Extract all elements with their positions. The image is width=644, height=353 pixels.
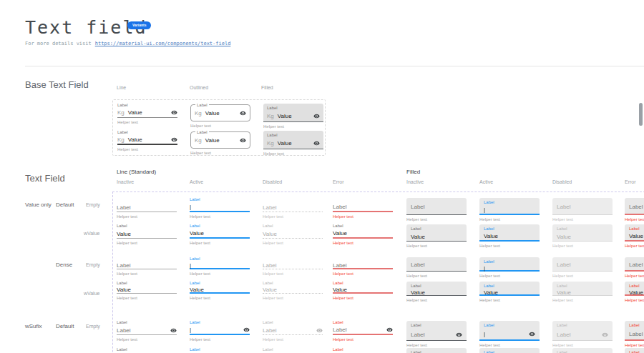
line-field-error[interactable]: LabelValueHelper text [333,223,393,245]
filled-field-error[interactable]: LabelValueHelper text [625,223,644,248]
field-input[interactable]: Label [411,259,462,271]
filled-input[interactable]: LabelValue [625,224,644,242]
line-field-disabled[interactable]: LabelValueHelper text [263,347,323,353]
field-input[interactable]: Value [190,229,250,239]
field-input[interactable]: Label [263,262,323,269]
filled-field-inactive[interactable]: LabelLabelHelper text [406,256,467,278]
line-field-active[interactable]: Label|Helper text [190,256,250,276]
line-field-disabled[interactable]: LabelValueHelper text [263,280,323,300]
visibility-icon[interactable] [240,110,246,116]
field-input[interactable]: Label [629,329,644,339]
base-outlined-field[interactable]: Label Kg Value Helper text [190,104,250,128]
base-filled-field[interactable]: Label Kg Value Helper text [263,104,323,129]
field-input[interactable]: Value [629,289,644,296]
visibility-icon[interactable] [602,332,608,338]
field-input[interactable]: Value [629,232,644,240]
filled-field-active[interactable]: Label|Helper text [479,319,540,347]
base-line-field[interactable]: Label Kg Value Helper text [117,102,177,124]
field-input[interactable]: Label [117,326,177,335]
visibility-icon[interactable] [243,327,250,333]
field-input[interactable]: Value [190,287,250,294]
filled-input[interactable]: LabelValue [406,224,467,242]
field-input[interactable]: Label [557,259,608,271]
filled-field-active[interactable]: LabelValueHelper text [479,223,540,248]
field-input[interactable]: Value [411,289,462,296]
field-input[interactable]: Value [263,229,323,239]
filled-input[interactable]: LabelLabel [552,321,613,341]
filled-input[interactable]: LabelValue [625,348,644,353]
field-input[interactable]: Kg Value [117,108,177,118]
line-field-inactive[interactable]: LabelValueHelper text [117,223,177,245]
line-field-active[interactable]: LabelValueHelper text [190,223,250,245]
filled-input[interactable]: LabelValue [552,282,613,296]
line-field-active[interactable]: LabelValueHelper text [190,280,250,300]
field-input[interactable]: | [484,329,535,339]
filled-field-error[interactable]: LabelLabelHelper text [625,197,644,222]
field-input[interactable]: Label [557,329,608,340]
filled-field-inactive[interactable]: LabelLabelHelper text [406,197,467,222]
filled-field-error[interactable]: LabelValueHelper text [625,280,644,302]
field-input[interactable]: Label [263,326,323,335]
filled-input[interactable]: LabelValue [406,282,467,296]
filled-input[interactable]: Label| [479,198,540,215]
field-input[interactable]: Label [333,203,393,212]
line-field-active[interactable]: Label|Helper text [190,197,250,219]
field-input[interactable]: Label [333,326,393,335]
field-input[interactable]: Value [411,232,462,241]
filled-field-active[interactable]: LabelValueHelper text [479,347,540,353]
visibility-icon[interactable] [171,136,177,143]
field-input[interactable]: Label Kg Value [190,104,250,121]
line-field-inactive[interactable]: LabelValueHelper text [117,347,177,353]
visibility-icon[interactable] [456,332,462,338]
filled-field-disabled[interactable]: LabelValueHelper text [552,347,613,353]
filled-field-disabled[interactable]: LabelLabelHelper text [552,319,613,347]
field-input[interactable]: | [484,206,535,214]
visibility-icon[interactable] [529,331,535,337]
field-input[interactable]: Value [263,287,323,294]
field-input[interactable]: Label [557,199,608,214]
filled-input[interactable]: LabelValue [479,348,540,353]
field-input[interactable]: Value [333,229,393,239]
filled-field-disabled[interactable]: LabelValueHelper text [552,223,613,248]
visibility-icon[interactable] [170,327,177,334]
filled-input[interactable]: LabelValue [552,348,613,353]
base-filled-field[interactable]: Label Kg Value Helper text [263,131,323,156]
field-input[interactable]: Label Kg Value [263,104,323,122]
visibility-icon[interactable] [313,140,320,146]
field-input[interactable]: | [190,203,250,212]
filled-field-inactive[interactable]: LabelLabelHelper text [406,319,467,347]
line-field-inactive[interactable]: LabelLabelHelper text [117,319,177,342]
line-field-error[interactable]: LabelValueHelper text [333,347,393,353]
line-field-disabled[interactable]: LabelValueHelper text [263,223,323,245]
field-input[interactable]: Label Kg Value [190,131,250,149]
filled-field-inactive[interactable]: LabelValueHelper text [406,223,467,248]
line-field-inactive[interactable]: LabelValueHelper text [117,280,177,300]
filled-input[interactable]: LabelLabel [406,198,467,215]
field-input[interactable]: Label [117,203,177,212]
field-input[interactable]: | [484,265,535,272]
field-input[interactable]: Value [557,289,608,296]
field-input[interactable]: | [190,326,250,335]
scrollbar-thumb[interactable] [639,103,643,126]
filled-field-error[interactable]: LabelLabelHelper text [625,256,644,278]
filled-input[interactable]: LabelLabel [552,198,613,215]
line-field-disabled[interactable]: LabelLabelHelper text [263,256,323,276]
filled-input[interactable]: LabelLabel [406,257,467,272]
filled-input[interactable]: LabelLabel [552,257,613,272]
field-input[interactable]: Value [484,289,535,296]
visibility-icon[interactable] [171,109,177,116]
visibility-icon[interactable] [316,327,323,334]
line-field-error[interactable]: LabelLabelHelper text [333,319,393,342]
filled-field-error[interactable]: LabelLabelHelper text [625,319,644,347]
filled-field-disabled[interactable]: LabelLabelHelper text [552,256,613,278]
visibility-icon[interactable] [313,113,320,119]
field-input[interactable]: Label [629,199,644,214]
filled-input[interactable]: Label| [479,321,540,341]
line-field-active[interactable]: LabelValueHelper text [190,347,250,353]
filled-input[interactable]: LabelLabel [406,321,467,341]
filled-field-disabled[interactable]: LabelLabelHelper text [552,197,613,222]
filled-input[interactable]: LabelLabel [625,198,644,215]
line-field-disabled[interactable]: LabelLabelHelper text [263,197,323,219]
field-input[interactable]: Value [484,232,535,240]
line-field-inactive[interactable]: LabelLabelHelper text [117,197,177,219]
